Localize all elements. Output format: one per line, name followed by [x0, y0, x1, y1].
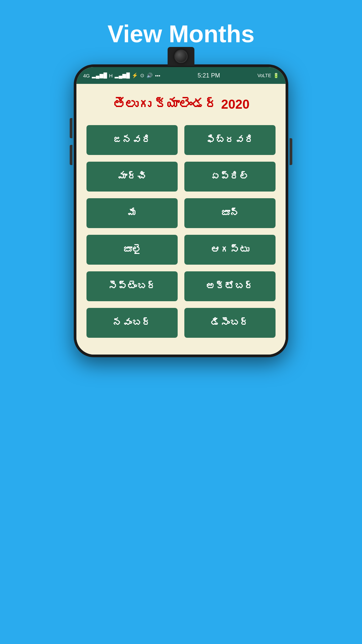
month-button-2[interactable]: ఫిబ్రవరి	[184, 125, 276, 155]
month-button-5[interactable]: మే	[86, 198, 178, 228]
month-button-4[interactable]: ఏప్రిల్	[184, 162, 276, 192]
more-icons: •••	[155, 73, 160, 78]
signal-4g: 4G	[83, 73, 90, 78]
camera-bump	[168, 47, 194, 66]
page-title: View Months	[108, 20, 255, 48]
volume-down-button	[70, 145, 72, 165]
month-button-11[interactable]: నవంబర్	[86, 308, 178, 338]
status-left: 4G ▂▄▆█ H ▂▄▆█ ⚡ ⊙ 🔊 •••	[83, 72, 160, 78]
status-bar: 4G ▂▄▆█ H ▂▄▆█ ⚡ ⊙ 🔊 ••• 5:21 PM VoLTE 🔋	[76, 67, 286, 84]
signal-bars-1: ▂▄▆█	[92, 72, 107, 78]
month-button-1[interactable]: జనవరి	[86, 125, 178, 155]
audio-icon: 🔊	[146, 72, 153, 78]
h-indicator: H	[109, 73, 113, 78]
usb-icon: ⚡	[132, 72, 138, 78]
volume-up-button	[70, 118, 72, 138]
calendar-title: తెలుగు క్యాలెండర్ 2020	[86, 97, 276, 112]
month-button-12[interactable]: డిసెంబర్	[184, 308, 276, 338]
status-right: VoLTE 🔋	[257, 73, 279, 78]
battery-icon: 🔋	[273, 73, 279, 78]
phone-shell: 4G ▂▄▆█ H ▂▄▆█ ⚡ ⊙ 🔊 ••• 5:21 PM VoLTE 🔋…	[74, 64, 288, 357]
month-button-7[interactable]: జూలై	[86, 235, 178, 265]
month-button-9[interactable]: సెప్టెంబర్	[86, 271, 178, 301]
volte-indicator: VoLTE	[257, 73, 271, 78]
nfc-icon: ⊙	[140, 72, 144, 78]
months-grid: జనవరిఫిబ్రవరిమార్చిఏప్రిల్మేజూన్జూలైఆగస్…	[86, 125, 276, 338]
month-button-3[interactable]: మార్చి	[86, 162, 178, 192]
power-button	[290, 138, 292, 165]
status-time: 5:21 PM	[198, 72, 220, 79]
month-button-6[interactable]: జూన్	[184, 198, 276, 228]
month-button-10[interactable]: అక్టోబర్	[184, 271, 276, 301]
month-button-8[interactable]: ఆగస్టు	[184, 235, 276, 265]
camera-lens	[174, 50, 188, 63]
phone-mockup: 4G ▂▄▆█ H ▂▄▆█ ⚡ ⊙ 🔊 ••• 5:21 PM VoLTE 🔋…	[74, 64, 288, 357]
screen-content: తెలుగు క్యాలెండర్ 2020 జనవరిఫిబ్రవరిమార్…	[76, 84, 286, 355]
signal-bars-2: ▂▄▆█	[115, 72, 130, 78]
phone-screen: 4G ▂▄▆█ H ▂▄▆█ ⚡ ⊙ 🔊 ••• 5:21 PM VoLTE 🔋…	[76, 67, 286, 355]
